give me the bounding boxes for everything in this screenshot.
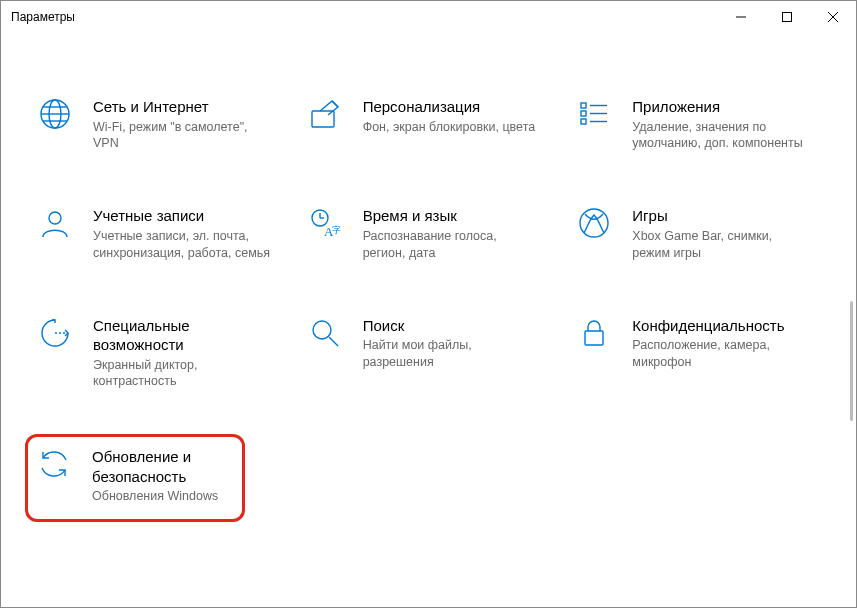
- ease-of-access-icon: [35, 316, 75, 356]
- close-button[interactable]: [810, 1, 856, 33]
- svg-rect-13: [581, 111, 586, 116]
- tile-title: Сеть и Интернет: [93, 97, 283, 117]
- tile-title: Персонализация: [363, 97, 553, 117]
- tile-desc: Распознавание голоса, регион, дата: [363, 228, 543, 262]
- tile-title: Время и язык: [363, 206, 553, 226]
- svg-rect-27: [585, 331, 603, 345]
- tile-desc: Удаление, значения по умолчанию, доп. ко…: [632, 119, 812, 153]
- tile-search[interactable]: Поиск Найти мои файлы, разрешения: [299, 312, 559, 395]
- settings-content: Сеть и Интернет Wi-Fi, режим "в самолете…: [1, 33, 856, 607]
- person-icon: [35, 206, 75, 246]
- vertical-scrollbar[interactable]: [850, 301, 853, 421]
- lock-icon: [574, 316, 614, 356]
- svg-point-25: [313, 321, 331, 339]
- tile-update-security[interactable]: Обновление и безопасность Обновления Win…: [25, 434, 245, 522]
- tile-title: Обновление и безопасность: [92, 447, 236, 486]
- globe-icon: [35, 97, 75, 137]
- settings-grid: Сеть и Интернет Wi-Fi, режим "в самолете…: [29, 93, 828, 522]
- window-title: Параметры: [11, 10, 718, 24]
- tile-network[interactable]: Сеть и Интернет Wi-Fi, режим "в самолете…: [29, 93, 289, 156]
- svg-text:字: 字: [332, 225, 341, 235]
- tile-desc: Обновления Windows: [92, 488, 236, 505]
- tile-desc: Расположение, камера, микрофон: [632, 337, 812, 371]
- tile-title: Учетные записи: [93, 206, 283, 226]
- list-icon: [574, 97, 614, 137]
- svg-rect-11: [581, 103, 586, 108]
- tile-gaming[interactable]: Игры Xbox Game Bar, снимки, режим игры: [568, 202, 828, 265]
- minimize-button[interactable]: [718, 1, 764, 33]
- xbox-icon: [574, 206, 614, 246]
- window-controls: [718, 1, 856, 33]
- tile-title: Приложения: [632, 97, 822, 117]
- svg-rect-15: [581, 119, 586, 124]
- titlebar: Параметры: [1, 1, 856, 33]
- tile-title: Специальные возможности: [93, 316, 283, 355]
- svg-point-17: [49, 212, 61, 224]
- sync-icon: [34, 447, 74, 487]
- tile-desc: Wi-Fi, режим "в самолете", VPN: [93, 119, 273, 153]
- tile-desc: Найти мои файлы, разрешения: [363, 337, 543, 371]
- tile-apps[interactable]: Приложения Удаление, значения по умолчан…: [568, 93, 828, 156]
- tile-title: Конфиденциальность: [632, 316, 822, 336]
- svg-line-10: [332, 101, 338, 107]
- tile-desc: Учетные записи, эл. почта, синхронизация…: [93, 228, 273, 262]
- tile-personalization[interactable]: Персонализация Фон, экран блокировки, цв…: [299, 93, 559, 156]
- tile-ease-of-access[interactable]: Специальные возможности Экранный диктор,…: [29, 312, 289, 395]
- time-language-icon: A 字: [305, 206, 345, 246]
- svg-line-26: [329, 337, 338, 346]
- svg-rect-1: [783, 13, 792, 22]
- tile-title: Поиск: [363, 316, 553, 336]
- paint-icon: [305, 97, 345, 137]
- tile-desc: Фон, экран блокировки, цвета: [363, 119, 543, 136]
- tile-title: Игры: [632, 206, 822, 226]
- tile-time-language[interactable]: A 字 Время и язык Распознавание голоса, р…: [299, 202, 559, 265]
- tile-desc: Xbox Game Bar, снимки, режим игры: [632, 228, 812, 262]
- search-icon: [305, 316, 345, 356]
- maximize-button[interactable]: [764, 1, 810, 33]
- tile-accounts[interactable]: Учетные записи Учетные записи, эл. почта…: [29, 202, 289, 265]
- tile-privacy[interactable]: Конфиденциальность Расположение, камера,…: [568, 312, 828, 395]
- tile-desc: Экранный диктор, контрастность: [93, 357, 273, 391]
